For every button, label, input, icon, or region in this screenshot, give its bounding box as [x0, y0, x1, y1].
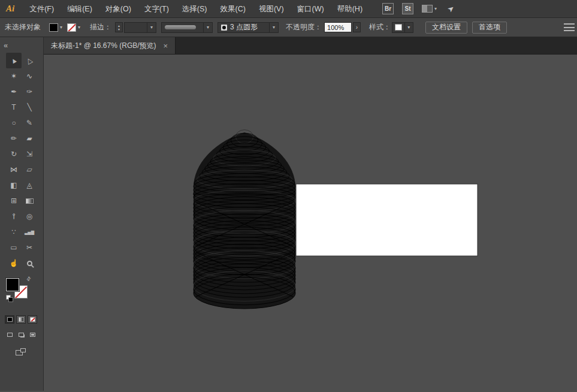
screen-mode-button[interactable]	[16, 348, 26, 356]
type-tool-icon: T	[11, 104, 16, 111]
stroke-swatch-group: ▾	[67, 23, 80, 32]
eraser-tool[interactable]: ▰	[22, 131, 37, 146]
selection-tool[interactable]: ▲	[6, 53, 22, 68]
canvas[interactable]	[44, 55, 577, 391]
style-label: 样式：	[369, 22, 391, 32]
tab-title: 未标题-1* @ 16.67% (RGB/预览)	[51, 41, 156, 51]
slice-tool[interactable]: ✂	[22, 240, 37, 255]
menu-item-window[interactable]: 窗口(W)	[291, 0, 331, 17]
fill-color-box[interactable]	[6, 278, 19, 291]
selection-status: 未选择对象	[5, 22, 41, 32]
style-dropdown[interactable]: ▾	[392, 22, 413, 33]
eraser-tool-icon: ▰	[26, 135, 32, 142]
direct-selection-tool[interactable]: △	[22, 53, 37, 68]
gradient-button[interactable]	[16, 315, 26, 324]
zoom-tool-icon	[27, 261, 32, 266]
chevron-down-icon[interactable]: ▾	[147, 23, 156, 32]
draw-inside-button[interactable]	[28, 331, 38, 339]
zoom-tool[interactable]	[22, 255, 37, 271]
chevron-down-icon[interactable]: ▾	[203, 23, 212, 32]
column-graph-tool[interactable]: ▃▅▇	[22, 224, 37, 240]
paintbrush-tool[interactable]: ✎	[22, 115, 37, 131]
column-graph-tool-icon: ▃▅▇	[25, 230, 34, 234]
scale-tool-icon: ⇲	[26, 150, 32, 158]
stock-badge[interactable]: St	[402, 3, 413, 14]
opacity-value: 100%	[327, 24, 344, 31]
fill-color-swatch[interactable]	[49, 23, 58, 32]
ellipse-tool[interactable]: ○	[6, 115, 22, 131]
line-segment-tool[interactable]: ╲	[22, 99, 37, 115]
perspective-grid-tool[interactable]: ◬	[22, 177, 37, 193]
sync-icon[interactable]: ➤	[446, 3, 457, 14]
scale-tool[interactable]: ⇲	[22, 146, 37, 162]
pen-tool-icon: ✒	[11, 88, 17, 95]
arrange-documents-icon[interactable]	[422, 5, 433, 13]
pencil-tool[interactable]: ✏	[6, 131, 22, 146]
menu-item-select[interactable]: 选择(S)	[176, 0, 214, 17]
line-segment-tool-icon: ╲	[27, 104, 31, 111]
symbol-sprayer-tool-icon: ∵	[11, 228, 16, 236]
blend-tool[interactable]: ◎	[22, 209, 37, 224]
chevron-down-icon[interactable]: ▾	[60, 25, 62, 30]
close-icon[interactable]: ×	[164, 42, 168, 50]
swap-fill-stroke-icon[interactable]: ⇄	[25, 275, 32, 282]
eyedropper-tool-icon: ⊸	[10, 213, 17, 219]
document-setup-button[interactable]: 文档设置	[425, 22, 467, 34]
none-button[interactable]	[28, 315, 37, 324]
mesh-tool[interactable]: ⊞	[6, 193, 22, 209]
chevron-down-icon[interactable]: ▾	[434, 7, 437, 11]
draw-behind-button[interactable]	[16, 331, 26, 339]
menu-item-type[interactable]: 文字(T)	[138, 0, 176, 17]
arrange-pane	[422, 5, 427, 12]
app-logo[interactable]: Ai	[0, 4, 23, 14]
type-tool[interactable]: T	[6, 99, 22, 115]
chevron-down-icon[interactable]: ▾	[78, 25, 80, 30]
stroke-color-swatch[interactable]	[67, 23, 76, 32]
menubar-right-cluster: Br St ▾ ➤	[382, 3, 454, 14]
artboard-tool[interactable]: ▭	[6, 240, 22, 255]
opacity-more-button[interactable]: ›	[353, 22, 361, 32]
rotate-tool[interactable]: ↻	[6, 146, 22, 162]
panel-collapse-icon[interactable]: «	[4, 41, 8, 50]
pen-tool[interactable]: ✒	[6, 84, 22, 99]
shape-builder-tool-icon: ◧	[10, 182, 17, 189]
bridge-badge[interactable]: Br	[382, 3, 394, 14]
stepper-down-icon[interactable]: ▾	[118, 28, 120, 31]
stroke-weight-dropdown[interactable]: ▾	[124, 22, 156, 33]
color-button[interactable]	[5, 315, 14, 324]
magic-wand-tool[interactable]: ✶	[6, 68, 22, 84]
opacity-input[interactable]: 100%	[324, 22, 352, 32]
hand-tool[interactable]: ☝	[6, 255, 22, 271]
chevron-down-icon[interactable]: ▾	[404, 23, 413, 32]
menu-item-effect[interactable]: 效果(C)	[214, 0, 252, 17]
width-profile-dropdown[interactable]: ▾	[161, 22, 213, 33]
default-colors-icon[interactable]	[6, 295, 13, 302]
brush-definition-dropdown[interactable]: 3 点圆形 ▾	[217, 22, 279, 33]
preferences-button[interactable]: 首选项	[472, 22, 507, 34]
gradient-tool[interactable]	[22, 193, 37, 209]
width-tool[interactable]: ⋈	[6, 162, 22, 177]
shape-builder-tool[interactable]: ◧	[6, 177, 22, 193]
lasso-tool[interactable]: ∿	[22, 68, 37, 84]
stroke-weight-stepper[interactable]: ▴▾	[115, 22, 123, 32]
symbol-sprayer-tool[interactable]: ∵	[6, 224, 22, 240]
blend-artwork[interactable]	[193, 130, 295, 309]
curvature-tool-icon: ✑	[26, 88, 32, 95]
menu-item-object[interactable]: 对象(O)	[99, 0, 138, 17]
draw-normal-button[interactable]	[5, 331, 15, 339]
document-tab[interactable]: 未标题-1* @ 16.67% (RGB/预览) ×	[44, 37, 176, 54]
eyedropper-tool[interactable]: ⊸	[6, 209, 22, 224]
stroke-weight-label: 描边：	[90, 22, 111, 32]
rotate-tool-icon: ↻	[11, 150, 17, 158]
free-transform-tool[interactable]: ▱	[22, 162, 37, 177]
panel-options-icon[interactable]	[564, 23, 575, 31]
menu-item-help[interactable]: 帮助(H)	[331, 0, 369, 17]
opacity-label: 不透明度：	[286, 22, 322, 32]
chevron-down-icon[interactable]: ▾	[269, 23, 278, 32]
menu-item-edit[interactable]: 编辑(E)	[61, 0, 99, 17]
curvature-tool[interactable]: ✑	[22, 84, 37, 99]
menu-item-file[interactable]: 文件(F)	[23, 0, 61, 17]
white-rectangle[interactable]	[296, 184, 478, 256]
magic-wand-tool-icon: ✶	[11, 73, 17, 80]
menu-item-view[interactable]: 视图(V)	[252, 0, 291, 17]
